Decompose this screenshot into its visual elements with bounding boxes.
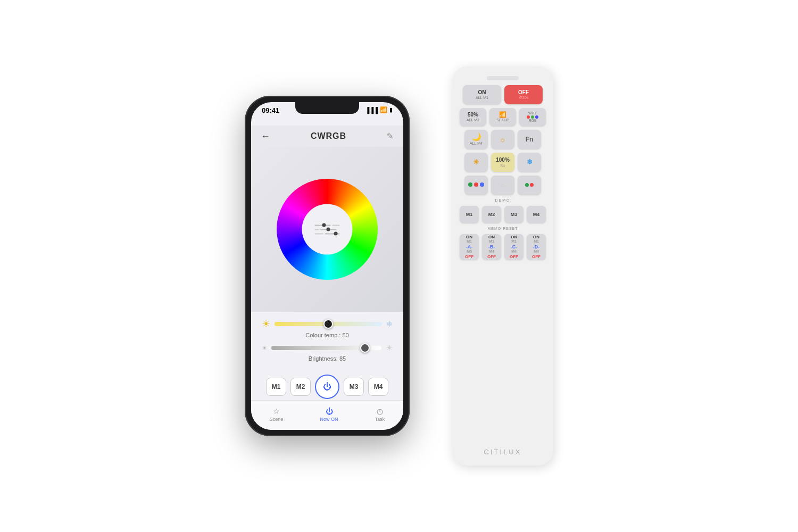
100k-sub: K± xyxy=(501,163,505,168)
sun-demo-button[interactable]: ☼ xyxy=(491,176,514,195)
a-letter: -A- xyxy=(466,244,473,250)
d-off-label: OFF xyxy=(532,254,541,260)
task-label: Task xyxy=(375,417,385,422)
remote-control: ON ALL M1 OFF ⏱20s 50% ALL M2 📶 SETUP xyxy=(452,66,553,466)
color-wheel-area[interactable] xyxy=(251,147,403,312)
a-button[interactable]: ON M1 -A- M6 OFF xyxy=(460,234,479,260)
m2-remote-label: M2 xyxy=(488,212,495,218)
a-off-label: OFF xyxy=(465,254,473,260)
m1-remote-button[interactable]: M1 xyxy=(460,206,479,223)
page-title: CWRGB xyxy=(311,131,346,141)
a-on-label: ON xyxy=(466,235,472,240)
c-button[interactable]: ON M1 -C- M4 OFF xyxy=(504,234,523,260)
temp-slider-row: ☀ ❄ xyxy=(262,318,393,330)
fn-button[interactable]: Fn xyxy=(518,130,541,149)
setup-label: SETUP xyxy=(496,118,509,122)
bright-slider[interactable] xyxy=(271,343,381,353)
cool-icon: ❄ xyxy=(386,320,393,328)
m3-remote-button[interactable]: M3 xyxy=(504,206,523,223)
dim-sun-icon: ☀ xyxy=(262,345,267,352)
task-icon: ◷ xyxy=(377,407,383,415)
scene-icon: ☆ xyxy=(273,407,280,415)
remote-body: ON ALL M1 OFF ⏱20s 50% ALL M2 📶 SETUP xyxy=(452,66,553,466)
cold-button[interactable]: ❄ xyxy=(518,153,541,172)
edit-button[interactable]: ✎ xyxy=(387,131,394,141)
back-button[interactable]: ← xyxy=(261,131,270,142)
moon-button[interactable]: 🌙 ALL M4 xyxy=(464,130,488,149)
c-off-label: OFF xyxy=(510,254,518,260)
remote-top-bump xyxy=(487,76,519,80)
status-time: 09:41 xyxy=(262,106,279,114)
tab-scene[interactable]: ☆ Scene xyxy=(270,407,284,422)
temp-slider[interactable] xyxy=(275,319,382,329)
off-sub-label: ⏱20s xyxy=(519,96,528,100)
50-percent-button[interactable]: 50% ALL M2 xyxy=(460,108,486,126)
on-all-button[interactable]: ON ALL M1 xyxy=(463,85,501,104)
brand-label: CITILUX xyxy=(484,448,522,456)
setup-button[interactable]: 📶 SETUP xyxy=(489,108,516,126)
wifi-icon: 📶 xyxy=(499,111,506,118)
sun-demo-icon: ☼ xyxy=(500,181,506,189)
power-tab-icon: ⏻ xyxy=(326,407,333,415)
temp-label: Colour temp.: 50 xyxy=(262,332,393,338)
sun-mid-icon: ☼ xyxy=(500,135,506,144)
wht-label: WHT xyxy=(528,111,537,115)
battery-icon: ▮ xyxy=(389,106,393,113)
status-icons: ▐▐▐ 📶 ▮ xyxy=(365,106,393,113)
phone-body: 09:41 ▐▐▐ 📶 ▮ ← CWRGB ✎ xyxy=(245,96,410,436)
b-off-label: OFF xyxy=(487,254,496,260)
fn-icon: Fn xyxy=(526,136,534,143)
off-label: OFF xyxy=(518,89,529,96)
50-label: 50% xyxy=(468,112,478,118)
m2-remote-button[interactable]: M2 xyxy=(482,206,501,223)
m1-button[interactable]: M1 xyxy=(266,378,286,396)
power-button[interactable]: ⏻ xyxy=(315,375,339,399)
warm-button[interactable]: ☀ xyxy=(464,153,488,172)
now-on-label: Now ON xyxy=(320,417,338,422)
signal-icon: ▐▐▐ xyxy=(365,107,378,113)
m4-remote-label: M4 xyxy=(533,212,540,218)
moon-sub: ALL M4 xyxy=(470,142,483,146)
c-on-label: ON xyxy=(511,235,517,240)
tab-now-on[interactable]: ⏻ Now ON xyxy=(320,407,338,422)
c-letter: -C- xyxy=(511,244,518,250)
c-on-sub: M1 xyxy=(511,239,517,244)
phone-device: 09:41 ▐▐▐ 📶 ▮ ← CWRGB ✎ xyxy=(245,96,410,436)
remote-row-1: ON ALL M1 OFF ⏱20s xyxy=(460,85,546,104)
brightness-label: Brightness: 85 xyxy=(262,355,393,362)
50-sub-label: ALL M2 xyxy=(467,118,479,122)
b-button[interactable]: ON M1 -B- M4 OFF xyxy=(482,234,501,260)
m3-button[interactable]: M3 xyxy=(344,378,364,396)
on-label: ON xyxy=(478,89,486,96)
warm-sun-icon: ☀ xyxy=(262,318,270,330)
moon-icon: 🌙 xyxy=(472,132,481,142)
color-wheel[interactable] xyxy=(277,179,378,280)
remote-row-4: ☀ 100% K± ❄ xyxy=(460,153,546,172)
a-on-sub: M1 xyxy=(467,239,472,244)
m4-button[interactable]: M4 xyxy=(368,378,388,396)
memo-reset-label: MEMO RESET xyxy=(460,227,546,230)
d-button[interactable]: ON M1 -D- M4 OFF xyxy=(527,234,546,260)
color-wheel-svg xyxy=(277,179,378,280)
remote-row-abcd: ON M1 -A- M6 OFF ON M1 -B- M4 OFF ON M1 … xyxy=(460,234,546,260)
rgb-demo-left-button[interactable] xyxy=(464,176,488,195)
wifi-status-icon: 📶 xyxy=(380,106,387,113)
b-off-sub: M4 xyxy=(489,250,494,254)
rgb-demo-right-button[interactable] xyxy=(518,176,541,195)
sun-mid-button[interactable]: ☼ xyxy=(491,130,514,149)
remote-row-m: M1 M2 M3 M4 xyxy=(460,206,546,223)
m4-remote-button[interactable]: M4 xyxy=(527,206,546,223)
remote-row-3: 🌙 ALL M4 ☼ Fn xyxy=(460,130,546,149)
main-scene: 09:41 ▐▐▐ 📶 ▮ ← CWRGB ✎ xyxy=(0,0,798,532)
scene-label: Scene xyxy=(270,417,284,422)
wht-rgb-button[interactable]: WHT RGB xyxy=(519,108,546,126)
tab-task[interactable]: ◷ Task xyxy=(375,407,385,422)
warm-icon: ☀ xyxy=(473,158,479,167)
100k-button[interactable]: 100% K± xyxy=(491,153,514,172)
100k-label: 100% xyxy=(496,157,510,163)
demo-label: DEMO xyxy=(460,198,546,202)
d-on-label: ON xyxy=(533,235,539,240)
off-all-button[interactable]: OFF ⏱20s xyxy=(504,85,543,104)
m2-button[interactable]: M2 xyxy=(290,378,311,396)
remote-row-2: 50% ALL M2 📶 SETUP WHT RGB xyxy=(460,108,546,126)
